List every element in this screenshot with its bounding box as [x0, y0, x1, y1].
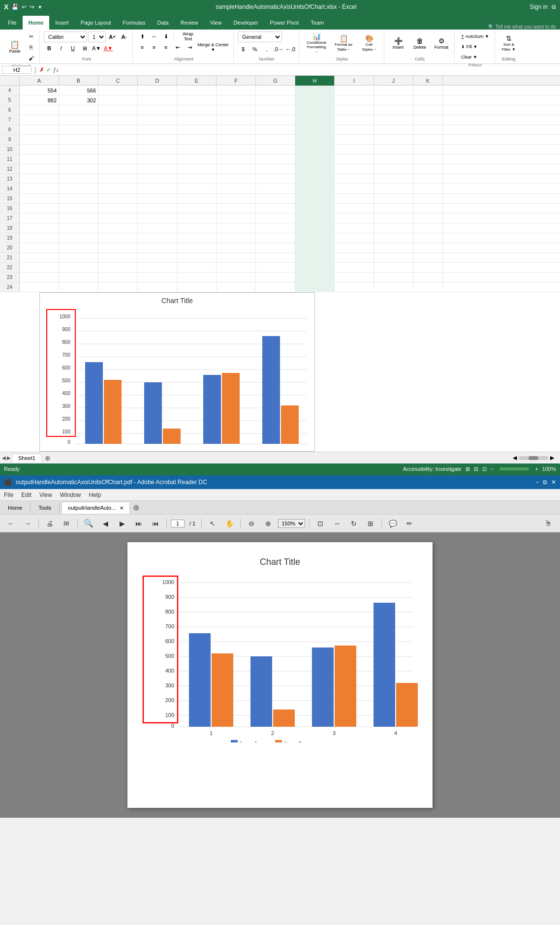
cell-c22[interactable] — [98, 263, 138, 273]
cell-c14[interactable] — [98, 184, 138, 194]
align-bottom-button[interactable]: ⬇ — [160, 31, 171, 41]
cell-g14[interactable] — [256, 184, 295, 194]
format-as-table-button[interactable]: 📋 Format asTable ~ — [332, 31, 355, 55]
cell-b7[interactable] — [59, 115, 98, 125]
cell-i15[interactable] — [335, 194, 374, 204]
cell-e13[interactable] — [177, 174, 217, 184]
align-center-button[interactable]: ≡ — [149, 42, 159, 52]
tab-review[interactable]: Review — [175, 16, 204, 30]
cell-b18[interactable] — [59, 223, 98, 233]
pdf-next-page-icon-a[interactable]: ▶ — [115, 517, 129, 530]
cell-b9[interactable] — [59, 135, 98, 145]
cell-f21[interactable] — [217, 253, 256, 263]
pdf-comment-button[interactable]: 💬 — [386, 517, 400, 530]
cell-a13[interactable] — [20, 174, 59, 184]
cell-k5[interactable] — [413, 95, 443, 105]
cell-i24[interactable] — [335, 282, 374, 292]
cell-h15[interactable] — [295, 194, 335, 204]
clear-button[interactable]: Clear ▼ — [459, 52, 480, 62]
col-header-j[interactable]: J — [374, 76, 413, 86]
add-sheet-button[interactable]: ⊕ — [43, 454, 53, 462]
cell-i4[interactable] — [335, 86, 374, 95]
cell-g18[interactable] — [256, 223, 295, 233]
pdf-fit-width-button[interactable]: ↔ — [330, 517, 344, 530]
cell-b21[interactable] — [59, 253, 98, 263]
cell-d4[interactable] — [138, 86, 177, 95]
cell-h5[interactable] — [295, 95, 335, 105]
pdf-menu-edit[interactable]: Edit — [21, 492, 31, 498]
cell-c11[interactable] — [98, 154, 138, 164]
cell-c6[interactable] — [98, 105, 138, 115]
cell-e10[interactable] — [177, 145, 217, 154]
cell-f18[interactable] — [217, 223, 256, 233]
cell-g16[interactable] — [256, 204, 295, 214]
comma-button[interactable]: , — [261, 44, 272, 54]
cell-e15[interactable] — [177, 194, 217, 204]
cell-i21[interactable] — [335, 253, 374, 263]
tab-file[interactable]: File — [2, 16, 23, 30]
pdf-zoom-select[interactable]: 150% 100% 75% 50% — [278, 519, 305, 528]
cell-f9[interactable] — [217, 135, 256, 145]
cell-k19[interactable] — [413, 233, 443, 243]
cell-d20[interactable] — [138, 243, 177, 253]
cell-h6[interactable] — [295, 105, 335, 115]
cell-a14[interactable] — [20, 184, 59, 194]
col-header-h[interactable]: H — [295, 76, 335, 86]
cell-j21[interactable] — [374, 253, 413, 263]
cell-f7[interactable] — [217, 115, 256, 125]
cell-a18[interactable] — [20, 223, 59, 233]
pdf-forward-button[interactable]: → — [21, 517, 34, 530]
cell-d10[interactable] — [138, 145, 177, 154]
cell-c20[interactable] — [98, 243, 138, 253]
col-header-f[interactable]: F — [217, 76, 256, 86]
pdf-print-button[interactable]: 🖨 — [43, 517, 57, 530]
cell-b5[interactable]: 302 — [59, 95, 98, 105]
cell-b23[interactable] — [59, 273, 98, 282]
pdf-menu-view[interactable]: View — [39, 492, 52, 498]
col-header-k[interactable]: K — [413, 76, 443, 86]
pdf-tab-tools[interactable]: Tools — [32, 502, 57, 514]
cell-h7[interactable] — [295, 115, 335, 125]
cell-j10[interactable] — [374, 145, 413, 154]
cell-e6[interactable] — [177, 105, 217, 115]
tab-home[interactable]: Home — [23, 16, 50, 30]
cell-d5[interactable] — [138, 95, 177, 105]
cell-g5[interactable] — [256, 95, 295, 105]
cell-e8[interactable] — [177, 125, 217, 135]
cell-j13[interactable] — [374, 174, 413, 184]
cell-k4[interactable] — [413, 86, 443, 95]
border-button[interactable]: ⊞ — [79, 43, 90, 53]
underline-button[interactable]: U — [67, 43, 78, 53]
pdf-tab-close-icon[interactable]: ✕ — [120, 505, 124, 511]
cell-k23[interactable] — [413, 273, 443, 282]
cell-e12[interactable] — [177, 164, 217, 174]
horizontal-scroll-right[interactable]: ▶ — [550, 455, 554, 461]
cell-b8[interactable] — [59, 125, 98, 135]
cell-e5[interactable] — [177, 95, 217, 105]
font-name-select[interactable]: Calibri — [44, 31, 87, 42]
cell-d17[interactable] — [138, 214, 177, 223]
align-left-button[interactable]: ≡ — [137, 42, 148, 52]
save-icon[interactable]: 💾 — [11, 3, 19, 10]
cell-a4[interactable]: 554 — [20, 86, 59, 95]
cell-b16[interactable] — [59, 204, 98, 214]
cell-j6[interactable] — [374, 105, 413, 115]
cell-reference-input[interactable] — [2, 66, 31, 74]
cell-c24[interactable] — [98, 282, 138, 292]
cell-f23[interactable] — [217, 273, 256, 282]
cell-a17[interactable] — [20, 214, 59, 223]
cell-d6[interactable] — [138, 105, 177, 115]
cut-button[interactable]: ✂ — [26, 31, 36, 41]
cell-a8[interactable] — [20, 125, 59, 135]
cell-e7[interactable] — [177, 115, 217, 125]
cell-k17[interactable] — [413, 214, 443, 223]
cell-b14[interactable] — [59, 184, 98, 194]
cell-i19[interactable] — [335, 233, 374, 243]
cell-k11[interactable] — [413, 154, 443, 164]
pdf-next-page-icon-b[interactable]: ⏭ — [132, 517, 146, 530]
pdf-snap-button[interactable]: ⊞ — [364, 517, 377, 530]
cell-k15[interactable] — [413, 194, 443, 204]
cell-f5[interactable] — [217, 95, 256, 105]
increase-decimal-button[interactable]: .0→ — [273, 44, 284, 54]
cell-h18[interactable] — [295, 223, 335, 233]
